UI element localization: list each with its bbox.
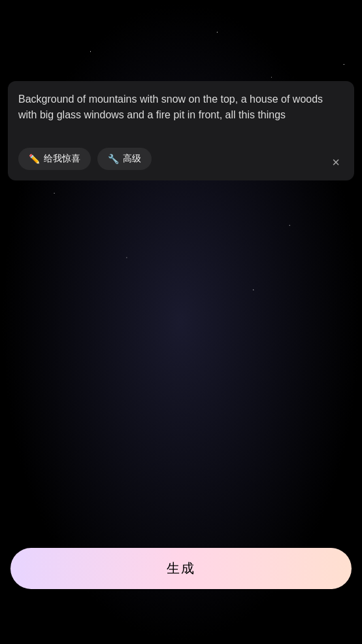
prompt-text[interactable]: Background of mountains with snow on the… [18,92,344,139]
advanced-button[interactable]: 🔧 高级 [97,148,152,170]
generate-button[interactable]: 生成 [10,548,352,589]
prompt-actions: ✏️ 给我惊喜 🔧 高级 [18,148,344,170]
brush-icon: ✏️ [29,154,40,164]
surprise-label: 给我惊喜 [44,153,80,165]
prompt-card: Background of mountains with snow on the… [8,81,354,180]
close-button[interactable]: × [327,153,345,171]
wrench-icon: 🔧 [108,154,119,164]
surprise-button[interactable]: ✏️ 给我惊喜 [18,148,91,170]
advanced-label: 高级 [123,153,141,165]
generate-section: 生成 [0,540,362,597]
